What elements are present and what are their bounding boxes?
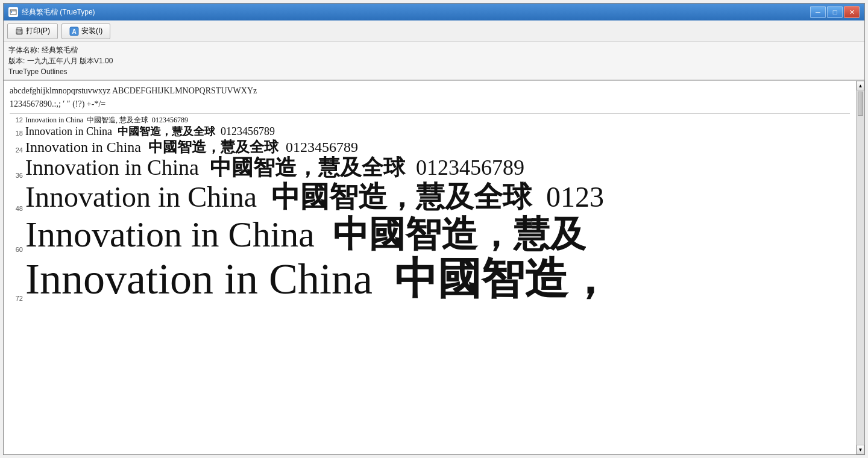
print-button[interactable]: 打印(P) <box>7 24 58 39</box>
title-bar: 经典繁毛楷 (TrueType) ─ □ ✕ <box>4 4 864 20</box>
preview-text-18: Innovation in China 中國智造，慧及全球 0123456789 <box>25 126 275 138</box>
size-label-12: 12 <box>10 116 23 125</box>
font-info: 字体名称: 经典繁毛楷 版本: 一九九五年八月 版本V1.00 TrueType… <box>4 42 864 80</box>
print-label: 打印(P) <box>26 26 50 36</box>
main-content: abcdefghijklmnopqrstuvwxyz ABCDEFGHIJKLM… <box>4 81 856 454</box>
title-bar-left: 经典繁毛楷 (TrueType) <box>8 7 95 17</box>
toolbar: 打印(P) A 安装(I) <box>4 20 864 42</box>
alphabet-line2: 1234567890.:,; ′ ″ (!?) +-*/= <box>10 98 850 111</box>
font-version: 版本: 一九九五年八月 版本V1.00 <box>8 55 860 66</box>
print-icon <box>15 27 24 36</box>
scroll-thumb[interactable] <box>858 92 863 116</box>
size-label-48: 48 <box>10 205 23 213</box>
svg-rect-2 <box>11 11 12 13</box>
preview-row-36: 36 Innovation in China 中國智造，慧及全球 0123456… <box>10 156 850 180</box>
preview-row-48: 48 Innovation in China 中國智造，慧及全球 0123 <box>10 181 850 213</box>
scrollbar[interactable]: ▲ ▼ <box>856 81 864 454</box>
minimize-button[interactable]: ─ <box>810 6 826 18</box>
window-icon <box>8 7 18 17</box>
content-area: abcdefghijklmnopqrstuvwxyz ABCDEFGHIJKLM… <box>4 81 864 454</box>
alphabet-divider <box>10 113 850 114</box>
size-label-18: 18 <box>10 130 23 138</box>
install-button[interactable]: A 安装(I) <box>61 24 110 39</box>
preview-row-18: 18 Innovation in China 中國智造，慧及全球 0123456… <box>10 126 850 138</box>
scroll-up-arrow[interactable]: ▲ <box>857 81 864 90</box>
preview-row-60: 60 Innovation in China 中國智造，慧及 <box>10 215 850 254</box>
font-preview-window: 经典繁毛楷 (TrueType) ─ □ ✕ 打印(P) A 安装(I) <box>3 3 865 455</box>
svg-point-6 <box>20 30 22 31</box>
install-icon: A <box>69 27 79 36</box>
preview-text-72: Innovation in China 中國智造， <box>25 256 611 303</box>
window-controls: ─ □ ✕ <box>810 6 860 18</box>
scroll-down-arrow[interactable]: ▼ <box>857 445 864 454</box>
sample-area: abcdefghijklmnopqrstuvwxyz ABCDEFGHIJKLM… <box>4 81 856 454</box>
font-name: 字体名称: 经典繁毛楷 <box>8 45 860 55</box>
preview-text-12: Innovation in China 中國智造, 慧及全球 012345678… <box>25 116 188 124</box>
preview-row-12: 12 Innovation in China 中國智造, 慧及全球 012345… <box>10 116 850 125</box>
size-label-60: 60 <box>10 246 23 254</box>
alphabet-line1: abcdefghijklmnopqrstuvwxyz ABCDEFGHIJKLM… <box>10 84 850 98</box>
size-label-36: 36 <box>10 172 23 180</box>
preview-row-24: 24 Innovation in China 中國智造，慧及全球 0123456… <box>10 139 850 155</box>
install-label: 安装(I) <box>81 26 102 36</box>
preview-text-36: Innovation in China 中國智造，慧及全球 0123456789 <box>25 156 524 180</box>
preview-text-60: Innovation in China 中國智造，慧及 <box>25 215 586 254</box>
maximize-button[interactable]: □ <box>827 6 843 18</box>
preview-text-48: Innovation in China 中國智造，慧及全球 0123 <box>25 181 604 213</box>
preview-row-72: 72 Innovation in China 中國智造， <box>10 256 850 303</box>
size-label-24: 24 <box>10 146 23 155</box>
svg-text:A: A <box>72 28 76 35</box>
scroll-track[interactable] <box>857 90 864 445</box>
preview-text-24: Innovation in China 中國智造，慧及全球 0123456789 <box>25 139 358 155</box>
font-type: TrueType Outlines <box>8 66 860 77</box>
window-title: 经典繁毛楷 (TrueType) <box>22 7 95 17</box>
size-label-72: 72 <box>10 295 23 303</box>
close-button[interactable]: ✕ <box>844 6 860 18</box>
